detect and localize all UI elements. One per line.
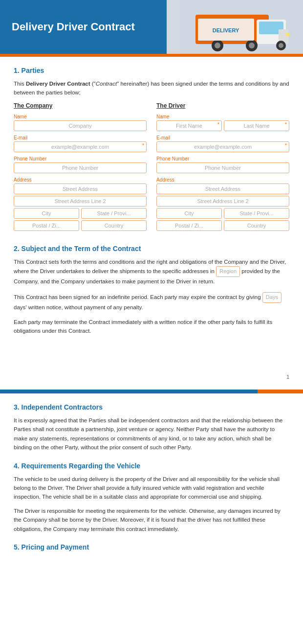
driver-city-input[interactable]: City [156, 208, 222, 219]
section-2-subject: 2. Subject and the Term of the Contract … [14, 245, 289, 336]
svg-point-10 [279, 43, 283, 48]
driver-street1-input[interactable]: Street Address [156, 184, 289, 194]
divider-orange [258, 390, 303, 393]
svg-point-6 [215, 43, 220, 48]
company-address-label: Address [14, 177, 147, 183]
driver-state-input[interactable]: State / Provi... [224, 208, 289, 219]
company-phone-input[interactable]: Phone Number [14, 162, 147, 173]
section-1-intro: This Delivery Driver Contract ("Contract… [14, 79, 289, 97]
section-2-para2: This Contract has been signed for an ind… [14, 292, 289, 312]
driver-postal-input[interactable]: Postal / Zi... [156, 220, 222, 231]
svg-point-8 [249, 43, 255, 48]
svg-rect-13 [286, 33, 290, 36]
section-4: 4. Requirements Regarding the Vehicle Th… [14, 462, 289, 533]
company-col: The Company Name Company E-mail example@… [14, 102, 147, 231]
driver-email-input[interactable]: example@example.com [156, 141, 289, 152]
section-2-para1: This Contract sets forth the terms and c… [14, 257, 289, 286]
region-input[interactable]: Region [216, 266, 240, 277]
driver-email-label: E-mail [156, 135, 289, 140]
page-1: Delivery Driver Contract [0, 0, 303, 390]
divider-blue [0, 390, 258, 393]
section-4-para2: The Driver is responsible for meeting th… [14, 506, 289, 533]
page-divider [0, 390, 303, 393]
company-phone-label: Phone Number [14, 156, 147, 161]
section-3-title: 3. Independent Contractors [14, 403, 289, 411]
company-label: The Company [14, 102, 147, 109]
section-1-parties: 1. Parties This Delivery Driver Contract… [14, 67, 289, 231]
driver-col: The Driver Name First Name Last Name E-m… [156, 102, 289, 231]
parties-row: The Company Name Company E-mail example@… [14, 102, 289, 231]
company-city-input[interactable]: City [14, 208, 79, 219]
section-4-para1: The vehicle to be used during delivery i… [14, 475, 289, 502]
driver-address-label: Address [156, 177, 289, 183]
page-number: 1 [286, 374, 289, 380]
company-name-label: Name [14, 114, 147, 119]
driver-phone-label: Phone Number [156, 156, 289, 161]
page-2: 3. Independent Contractors It is express… [0, 393, 303, 566]
driver-name-label: Name [156, 114, 289, 119]
driver-phone-input[interactable]: Phone Number [156, 162, 289, 173]
section-5: 5. Pricing and Payment [14, 543, 289, 551]
header: Delivery Driver Contract [0, 0, 303, 54]
svg-text:DELIVERY: DELIVERY [213, 27, 239, 33]
company-email-input[interactable]: example@example.com [14, 141, 147, 152]
company-street2-input[interactable]: Street Address Line 2 [14, 196, 147, 207]
driver-label: The Driver [156, 102, 289, 109]
company-name-input[interactable]: Company [14, 120, 147, 131]
driver-country-input[interactable]: Country [224, 220, 289, 231]
company-state-input[interactable]: State / Provi... [81, 208, 147, 219]
section-3-text: It is expressly agreed that the Parties … [14, 416, 289, 452]
section-5-title: 5. Pricing and Payment [14, 543, 289, 551]
company-country-input[interactable]: Country [81, 220, 147, 231]
page-2-content: 3. Independent Contractors It is express… [0, 393, 303, 566]
company-street1-input[interactable]: Street Address [14, 184, 147, 194]
section-2-title: 2. Subject and the Term of the Contract [14, 245, 289, 253]
driver-last-name-input[interactable]: Last Name [224, 120, 289, 131]
driver-first-name-input[interactable]: First Name [156, 120, 222, 131]
truck-illustration: DELIVERY [181, 0, 303, 54]
company-email-label: E-mail [14, 135, 147, 140]
header-title: Delivery Driver Contract [12, 21, 135, 33]
page-1-content: 1. Parties This Delivery Driver Contract… [0, 57, 303, 390]
company-postal-input[interactable]: Postal / Zi... [14, 220, 79, 231]
days-input[interactable]: Days [262, 292, 281, 303]
section-2-para3: Each party may terminate the Contract im… [14, 318, 289, 336]
driver-street2-input[interactable]: Street Address Line 2 [156, 196, 289, 207]
section-1-title: 1. Parties [14, 67, 289, 74]
section-4-title: 4. Requirements Regarding the Vehicle [14, 462, 289, 470]
section-3: 3. Independent Contractors It is express… [14, 403, 289, 452]
